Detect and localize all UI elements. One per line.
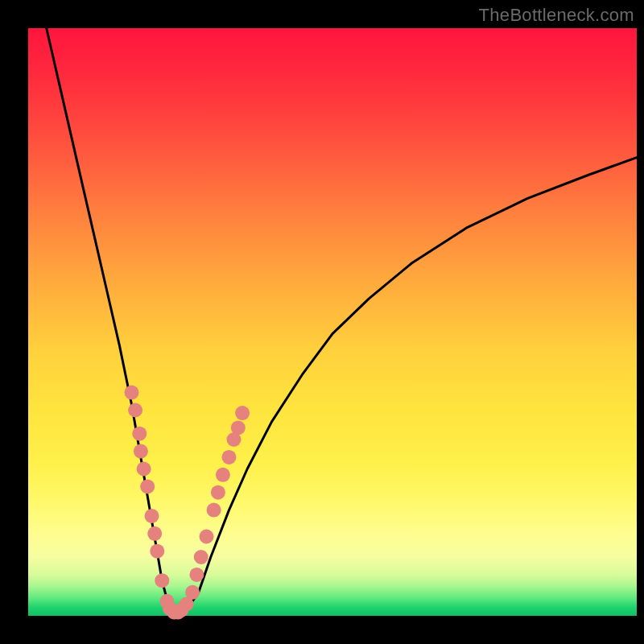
curve-layer: [28, 28, 637, 616]
highlight-dot: [211, 485, 225, 500]
highlight-dot: [185, 585, 200, 600]
highlight-dot: [140, 479, 155, 493]
highlight-dot: [145, 509, 159, 523]
watermark-text: TheBottleneck.com: [479, 5, 634, 26]
highlight-dot: [147, 526, 162, 541]
plot-area: [28, 28, 637, 616]
highlight-dot: [132, 427, 147, 441]
highlight-dot: [189, 568, 204, 582]
highlight-dot: [207, 503, 221, 518]
highlight-dot: [125, 386, 139, 400]
highlight-dot: [194, 550, 208, 564]
highlight-dot: [155, 573, 169, 588]
highlight-dot: [216, 468, 230, 482]
highlight-dot: [235, 406, 250, 420]
highlight-dot: [137, 462, 151, 477]
highlight-dot: [128, 403, 142, 418]
highlight-dot: [150, 544, 164, 559]
highlight-dot: [200, 530, 214, 544]
highlight-dot: [222, 450, 237, 464]
outer-black-frame: TheBottleneck.com: [0, 0, 644, 644]
highlight-dot: [134, 444, 148, 459]
highlight-dot: [231, 420, 246, 435]
bottleneck-curve: [47, 28, 637, 613]
